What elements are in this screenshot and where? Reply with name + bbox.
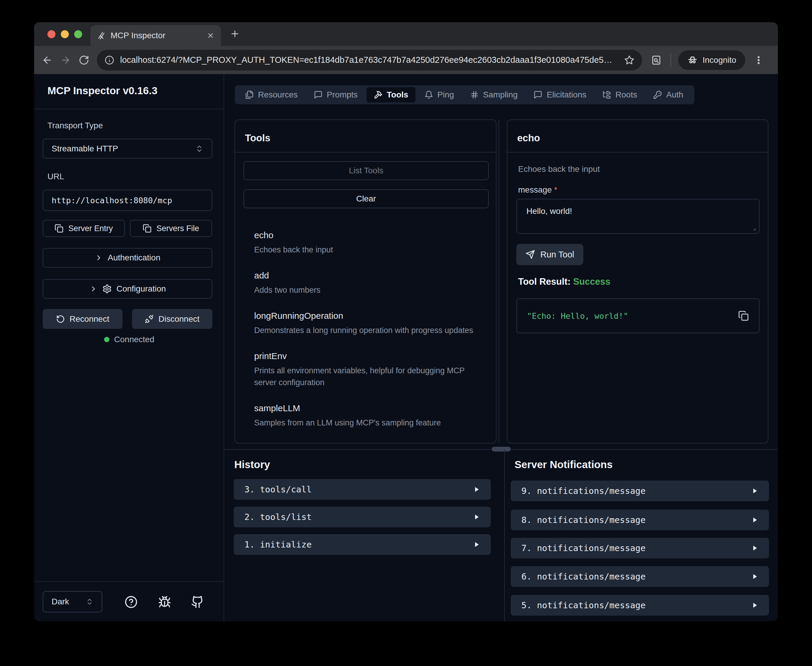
tool-item-samplellm[interactable]: sampleLLM Samples from an LLM using MCP'…: [254, 403, 480, 429]
sidebar: MCP Inspector v0.16.3 Transport Type Str…: [34, 74, 224, 621]
tool-result-box: "Echo: Hello, world!": [516, 298, 759, 333]
bell-icon: [424, 91, 433, 99]
notification-row[interactable]: 5. notifications/message: [511, 595, 769, 616]
bookmark-star-icon[interactable]: [624, 55, 634, 65]
notification-row[interactable]: 8. notifications/message: [511, 509, 769, 530]
expand-triangle-icon: [751, 544, 758, 552]
tab-label: Elicitations: [547, 90, 586, 99]
tool-item-add[interactable]: add Adds two numbers: [254, 270, 480, 296]
configuration-button[interactable]: Configuration: [43, 279, 212, 298]
clear-button[interactable]: Clear: [243, 189, 489, 208]
tool-item-longrunningoperation[interactable]: longRunningOperation Demonstrates a long…: [254, 311, 480, 336]
tool-result-line: Tool Result: Success: [518, 277, 610, 287]
copy-icon[interactable]: [738, 310, 749, 321]
browser-toolbar: localhost:6274/?MCP_PROXY_AUTH_TOKEN=ec1…: [34, 46, 778, 74]
server-entry-button[interactable]: Server Entry: [43, 220, 125, 237]
browser-tab[interactable]: MCP Inspector: [91, 25, 221, 46]
authentication-button[interactable]: Authentication: [43, 248, 212, 267]
tab-label: Sampling: [483, 90, 518, 99]
files-icon: [245, 91, 254, 99]
theme-select[interactable]: Dark: [43, 591, 102, 612]
tab-close-icon[interactable]: [207, 32, 214, 40]
run-tool-label: Run Tool: [540, 250, 574, 259]
mcp-inspector-app: MCP Inspector v0.16.3 Transport Type Str…: [34, 74, 778, 621]
list-tools-label: List Tools: [349, 166, 383, 175]
tool-item-printenv[interactable]: printEnv Prints all environment variable…: [254, 351, 480, 388]
tab-ping[interactable]: Ping: [417, 87, 461, 102]
incognito-icon: [687, 55, 698, 66]
tab-prompts[interactable]: Prompts: [307, 87, 365, 102]
configuration-label: Configuration: [117, 284, 166, 293]
back-icon[interactable]: [42, 55, 53, 66]
connection-status: Connected: [34, 335, 224, 344]
transport-type-select[interactable]: Streamable HTTP: [43, 138, 212, 158]
browser-window: MCP Inspector localhost:6274/?MCP_PROXY_…: [34, 22, 778, 621]
tool-detail-description: Echoes back the input: [518, 165, 600, 174]
tools-panel-title: Tools: [245, 132, 270, 144]
search-tabs-icon[interactable]: [651, 55, 662, 66]
url-bar[interactable]: localhost:6274/?MCP_PROXY_AUTH_TOKEN=ec1…: [97, 50, 642, 71]
tab-resources[interactable]: Resources: [238, 87, 305, 102]
notification-row[interactable]: 9. notifications/message: [511, 481, 769, 501]
mcp-logo-favicon-icon: [97, 31, 106, 40]
notification-row[interactable]: 7. notifications/message: [511, 538, 769, 559]
vertical-divider: [504, 449, 505, 621]
message-square-icon: [314, 91, 322, 99]
run-tool-button[interactable]: Run Tool: [516, 244, 583, 265]
tab-auth[interactable]: Auth: [646, 87, 690, 102]
expand-triangle-icon: [751, 516, 758, 524]
site-info-icon[interactable]: [105, 55, 114, 65]
divider: [508, 152, 768, 153]
disconnect-button[interactable]: Disconnect: [132, 309, 212, 329]
forward-icon[interactable]: [60, 55, 71, 66]
bug-icon[interactable]: [158, 595, 171, 608]
url-text: localhost:6274/?MCP_PROXY_AUTH_TOKEN=ec1…: [120, 55, 619, 65]
tab-tools[interactable]: Tools: [367, 87, 415, 102]
tab-label: Tools: [387, 90, 408, 99]
chevrons-up-down-icon: [195, 145, 203, 153]
incognito-badge[interactable]: Incognito: [678, 50, 745, 70]
help-circle-icon[interactable]: [124, 595, 137, 608]
textarea-resize-grip-icon[interactable]: [749, 224, 757, 231]
authentication-label: Authentication: [107, 253, 160, 262]
tab-elicitations[interactable]: Elicitations: [526, 87, 594, 102]
expand-triangle-icon: [473, 486, 480, 493]
server-url-input[interactable]: [43, 190, 212, 211]
close-window-button[interactable]: [48, 30, 55, 38]
servers-file-button[interactable]: Servers File: [130, 220, 212, 237]
history-title: History: [234, 458, 270, 470]
history-row[interactable]: 2. tools/list: [234, 507, 491, 528]
tool-item-echo[interactable]: echo Echoes back the input: [254, 230, 480, 256]
history-row[interactable]: 1. initialize: [234, 534, 491, 555]
folder-tree-icon: [602, 91, 611, 99]
unplug-icon: [145, 315, 154, 323]
reload-icon[interactable]: [79, 55, 89, 66]
tab-roots[interactable]: Roots: [595, 87, 644, 102]
history-row[interactable]: 3. tools/call: [234, 479, 491, 500]
zoom-window-button[interactable]: [74, 30, 82, 38]
notification-row[interactable]: 6. notifications/message: [511, 566, 769, 587]
disconnect-label: Disconnect: [158, 314, 200, 324]
message-textarea[interactable]: Hello, world!: [516, 199, 759, 234]
tab-title: MCP Inspector: [111, 31, 202, 40]
list-tools-button[interactable]: List Tools: [243, 161, 489, 180]
tab-label: Prompts: [327, 90, 358, 99]
github-icon[interactable]: [191, 595, 204, 608]
expand-triangle-icon: [751, 602, 758, 609]
browser-tabstrip: MCP Inspector: [34, 22, 778, 46]
tab-sampling[interactable]: Sampling: [463, 87, 525, 102]
tools-list: echo Echoes back the input add Adds two …: [254, 230, 480, 443]
servers-file-label: Servers File: [156, 224, 199, 233]
app-title: MCP Inspector v0.16.3: [48, 85, 157, 97]
new-tab-icon[interactable]: [230, 29, 240, 39]
browser-menu-icon[interactable]: [754, 55, 764, 65]
tool-result-status: Success: [573, 277, 610, 287]
reconnect-button[interactable]: Reconnect: [43, 309, 122, 329]
minimize-window-button[interactable]: [61, 30, 69, 38]
expand-triangle-icon: [473, 541, 480, 548]
gear-icon: [102, 284, 112, 293]
resize-handle[interactable]: [492, 447, 511, 452]
key-icon: [653, 91, 662, 99]
panel-resize-divider[interactable]: [499, 119, 499, 443]
required-marker: *: [554, 185, 557, 195]
